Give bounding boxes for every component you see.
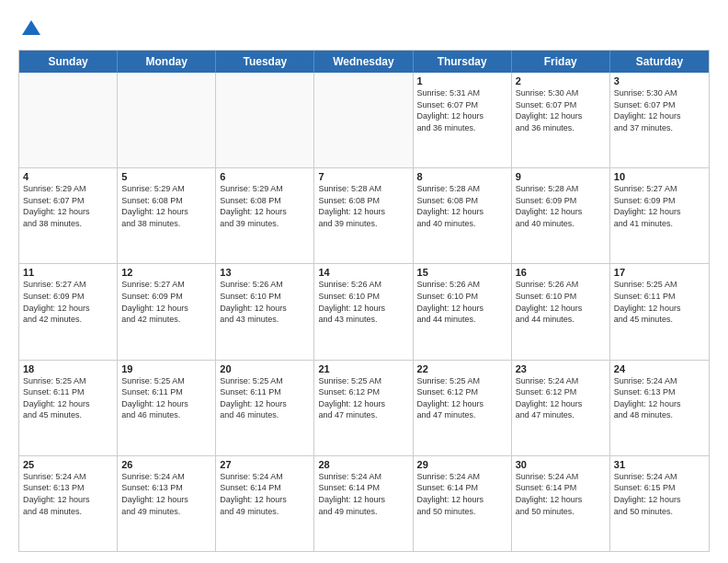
day-info: Sunrise: 5:29 AM Sunset: 6:08 PM Dayligh… [121, 183, 211, 229]
day-number: 21 [318, 363, 408, 374]
calendar-cell: 23Sunrise: 5:24 AM Sunset: 6:12 PM Dayli… [512, 361, 610, 455]
day-info: Sunrise: 5:24 AM Sunset: 6:15 PM Dayligh… [614, 471, 705, 517]
day-info: Sunrise: 5:24 AM Sunset: 6:14 PM Dayligh… [318, 471, 408, 517]
header [18, 17, 710, 42]
calendar-cell: 26Sunrise: 5:24 AM Sunset: 6:13 PM Dayli… [118, 456, 216, 551]
calendar-cell: 3Sunrise: 5:30 AM Sunset: 6:07 PM Daylig… [610, 73, 709, 167]
day-info: Sunrise: 5:25 AM Sunset: 6:11 PM Dayligh… [23, 375, 113, 421]
calendar-cell: 7Sunrise: 5:28 AM Sunset: 6:08 PM Daylig… [314, 168, 413, 263]
day-number: 9 [516, 171, 606, 182]
calendar-cell: 27Sunrise: 5:24 AM Sunset: 6:14 PM Dayli… [216, 456, 314, 551]
day-number: 16 [516, 267, 606, 278]
calendar-cell: 21Sunrise: 5:25 AM Sunset: 6:12 PM Dayli… [314, 361, 413, 455]
calendar-cell: 16Sunrise: 5:26 AM Sunset: 6:10 PM Dayli… [512, 264, 610, 359]
day-number: 26 [121, 459, 211, 470]
calendar-header-cell: Friday [512, 51, 610, 73]
day-number: 24 [614, 363, 705, 374]
day-number: 18 [23, 363, 113, 374]
day-info: Sunrise: 5:24 AM Sunset: 6:14 PM Dayligh… [516, 471, 606, 517]
day-number: 19 [121, 363, 211, 374]
day-number: 23 [516, 363, 606, 374]
calendar-header-cell: Saturday [610, 51, 709, 73]
day-info: Sunrise: 5:25 AM Sunset: 6:11 PM Dayligh… [220, 375, 310, 421]
day-number: 29 [417, 459, 507, 470]
day-number: 5 [121, 171, 211, 182]
calendar-cell: 19Sunrise: 5:25 AM Sunset: 6:11 PM Dayli… [118, 361, 216, 455]
day-info: Sunrise: 5:25 AM Sunset: 6:11 PM Dayligh… [121, 375, 211, 421]
calendar-cell [216, 73, 314, 167]
calendar-row: 4Sunrise: 5:29 AM Sunset: 6:07 PM Daylig… [19, 168, 709, 264]
day-number: 4 [23, 171, 113, 182]
calendar-cell: 4Sunrise: 5:29 AM Sunset: 6:07 PM Daylig… [19, 168, 118, 263]
day-info: Sunrise: 5:26 AM Sunset: 6:10 PM Dayligh… [516, 279, 606, 325]
calendar-cell: 22Sunrise: 5:25 AM Sunset: 6:12 PM Dayli… [414, 361, 512, 455]
day-info: Sunrise: 5:24 AM Sunset: 6:14 PM Dayligh… [417, 471, 507, 517]
day-number: 30 [516, 459, 606, 470]
calendar-cell: 10Sunrise: 5:27 AM Sunset: 6:09 PM Dayli… [610, 168, 709, 263]
calendar-header-cell: Wednesday [314, 51, 413, 73]
calendar-cell: 25Sunrise: 5:24 AM Sunset: 6:13 PM Dayli… [19, 456, 118, 551]
day-number: 17 [614, 267, 705, 278]
calendar-header-cell: Thursday [414, 51, 512, 73]
day-number: 2 [516, 75, 606, 86]
day-info: Sunrise: 5:30 AM Sunset: 6:07 PM Dayligh… [614, 87, 705, 133]
calendar-row: 18Sunrise: 5:25 AM Sunset: 6:11 PM Dayli… [19, 361, 709, 456]
calendar-cell: 29Sunrise: 5:24 AM Sunset: 6:14 PM Dayli… [414, 456, 512, 551]
day-info: Sunrise: 5:28 AM Sunset: 6:08 PM Dayligh… [318, 183, 408, 229]
day-info: Sunrise: 5:26 AM Sunset: 6:10 PM Dayligh… [417, 279, 507, 325]
day-number: 6 [220, 171, 310, 182]
calendar-cell: 12Sunrise: 5:27 AM Sunset: 6:09 PM Dayli… [118, 264, 216, 359]
day-info: Sunrise: 5:28 AM Sunset: 6:09 PM Dayligh… [516, 183, 606, 229]
calendar-cell: 9Sunrise: 5:28 AM Sunset: 6:09 PM Daylig… [512, 168, 610, 263]
calendar-cell: 18Sunrise: 5:25 AM Sunset: 6:11 PM Dayli… [19, 361, 118, 455]
calendar-cell: 5Sunrise: 5:29 AM Sunset: 6:08 PM Daylig… [118, 168, 216, 263]
day-number: 7 [318, 171, 408, 182]
calendar-cell: 13Sunrise: 5:26 AM Sunset: 6:10 PM Dayli… [216, 264, 314, 359]
day-number: 25 [23, 459, 113, 470]
day-info: Sunrise: 5:24 AM Sunset: 6:13 PM Dayligh… [121, 471, 211, 517]
calendar-cell [314, 73, 413, 167]
day-number: 15 [417, 267, 507, 278]
calendar-cell: 15Sunrise: 5:26 AM Sunset: 6:10 PM Dayli… [414, 264, 512, 359]
day-number: 1 [417, 75, 507, 86]
day-info: Sunrise: 5:26 AM Sunset: 6:10 PM Dayligh… [220, 279, 310, 325]
day-info: Sunrise: 5:29 AM Sunset: 6:07 PM Dayligh… [23, 183, 113, 229]
calendar-header-row: SundayMondayTuesdayWednesdayThursdayFrid… [19, 51, 709, 73]
calendar-body: 1Sunrise: 5:31 AM Sunset: 6:07 PM Daylig… [19, 73, 709, 551]
calendar-header-cell: Sunday [19, 51, 118, 73]
calendar-header-cell: Tuesday [216, 51, 314, 73]
day-info: Sunrise: 5:27 AM Sunset: 6:09 PM Dayligh… [121, 279, 211, 325]
day-info: Sunrise: 5:25 AM Sunset: 6:12 PM Dayligh… [318, 375, 408, 421]
day-number: 8 [417, 171, 507, 182]
calendar-cell: 11Sunrise: 5:27 AM Sunset: 6:09 PM Dayli… [19, 264, 118, 359]
day-info: Sunrise: 5:26 AM Sunset: 6:10 PM Dayligh… [318, 279, 408, 325]
calendar-cell: 6Sunrise: 5:29 AM Sunset: 6:08 PM Daylig… [216, 168, 314, 263]
day-number: 14 [318, 267, 408, 278]
calendar-cell [118, 73, 216, 167]
calendar: SundayMondayTuesdayWednesdayThursdayFrid… [18, 50, 710, 552]
day-info: Sunrise: 5:24 AM Sunset: 6:14 PM Dayligh… [220, 471, 310, 517]
calendar-cell: 20Sunrise: 5:25 AM Sunset: 6:11 PM Dayli… [216, 361, 314, 455]
day-info: Sunrise: 5:25 AM Sunset: 6:11 PM Dayligh… [614, 279, 705, 325]
day-number: 13 [220, 267, 310, 278]
calendar-cell: 1Sunrise: 5:31 AM Sunset: 6:07 PM Daylig… [414, 73, 512, 167]
day-info: Sunrise: 5:24 AM Sunset: 6:13 PM Dayligh… [23, 471, 113, 517]
calendar-header-cell: Monday [118, 51, 216, 73]
calendar-row: 11Sunrise: 5:27 AM Sunset: 6:09 PM Dayli… [19, 264, 709, 360]
calendar-cell: 14Sunrise: 5:26 AM Sunset: 6:10 PM Dayli… [314, 264, 413, 359]
day-info: Sunrise: 5:27 AM Sunset: 6:09 PM Dayligh… [614, 183, 705, 229]
day-info: Sunrise: 5:24 AM Sunset: 6:13 PM Dayligh… [614, 375, 705, 421]
calendar-cell: 8Sunrise: 5:28 AM Sunset: 6:08 PM Daylig… [414, 168, 512, 263]
page: SundayMondayTuesdayWednesdayThursdayFrid… [0, 0, 728, 563]
day-info: Sunrise: 5:27 AM Sunset: 6:09 PM Dayligh… [23, 279, 113, 325]
day-number: 27 [220, 459, 310, 470]
calendar-cell [19, 73, 118, 167]
calendar-row: 1Sunrise: 5:31 AM Sunset: 6:07 PM Daylig… [19, 73, 709, 168]
day-info: Sunrise: 5:29 AM Sunset: 6:08 PM Dayligh… [220, 183, 310, 229]
day-number: 31 [614, 459, 705, 470]
day-info: Sunrise: 5:24 AM Sunset: 6:12 PM Dayligh… [516, 375, 606, 421]
day-number: 12 [121, 267, 211, 278]
calendar-row: 25Sunrise: 5:24 AM Sunset: 6:13 PM Dayli… [19, 456, 709, 551]
calendar-cell: 28Sunrise: 5:24 AM Sunset: 6:14 PM Dayli… [314, 456, 413, 551]
day-number: 10 [614, 171, 705, 182]
